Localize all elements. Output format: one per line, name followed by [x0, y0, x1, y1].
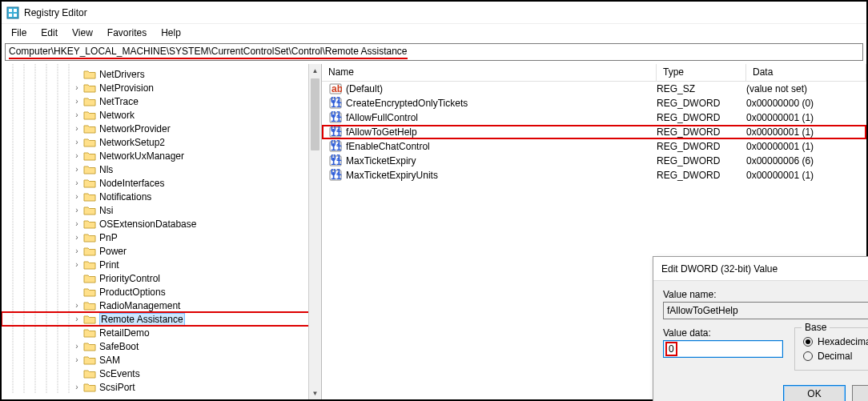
tree-item-label: SAM: [99, 355, 120, 366]
value-data: 0x00000000 (0): [746, 98, 866, 109]
list-row[interactable]: 011110fEnableChatControlREG_DWORD0x00000…: [322, 139, 866, 154]
tree-item[interactable]: ScEvents: [2, 367, 321, 380]
expander-icon[interactable]: ›: [72, 260, 82, 270]
header-name[interactable]: Name: [322, 64, 657, 81]
radio-dot-icon: [803, 351, 813, 361]
tree-item[interactable]: ›Remote Assistance: [2, 312, 321, 326]
tree-item[interactable]: ›NetProvision: [2, 81, 321, 94]
tree-item-label: ProductOptions: [99, 287, 166, 298]
base-legend: Base: [802, 322, 830, 333]
tree-item[interactable]: ›Print: [2, 258, 321, 271]
expander-icon[interactable]: ›: [72, 301, 82, 311]
value-type: REG_DWORD: [657, 98, 746, 109]
folder-icon: [83, 69, 96, 80]
svg-rect-1: [9, 9, 12, 12]
tree-scrollbar[interactable]: ▲ ▼: [308, 64, 321, 399]
cancel-button[interactable]: Cancel: [852, 385, 868, 401]
menu-bar: File Edit View Favorites Help: [2, 24, 866, 42]
tree-item[interactable]: PriorityControl: [2, 271, 321, 285]
radio-dot-icon: [803, 337, 813, 347]
menu-view[interactable]: View: [66, 26, 99, 40]
tree-item[interactable]: ›Nls: [2, 162, 321, 176]
menu-help[interactable]: Help: [155, 26, 187, 40]
tree-item[interactable]: ›NetworkSetup2: [2, 135, 321, 149]
reg-string-icon: ab: [328, 82, 343, 95]
tree-item-label: ScsiPort: [99, 382, 135, 393]
header-data[interactable]: Data: [746, 64, 866, 81]
expander-icon[interactable]: ›: [72, 124, 82, 134]
address-bar[interactable]: Computer\HKEY_LOCAL_MACHINE\SYSTEM\Curre…: [5, 43, 863, 61]
dialog-title: Edit DWORD (32-bit) Value: [661, 263, 778, 275]
list-row[interactable]: 011110MaxTicketExpiryUnitsREG_DWORD0x000…: [322, 168, 866, 182]
expander-icon[interactable]: ›: [72, 355, 82, 365]
ok-button[interactable]: OK: [783, 385, 846, 401]
tree-item[interactable]: ›Network: [2, 108, 321, 122]
tree-item[interactable]: RetailDemo: [2, 326, 321, 339]
list-row[interactable]: 011110fAllowFullControlREG_DWORD0x000000…: [322, 110, 866, 125]
expander-icon[interactable]: ›: [72, 315, 82, 324]
value-data: 0x00000006 (6): [746, 155, 866, 166]
scroll-up-icon[interactable]: ▲: [309, 64, 321, 77]
tree-item[interactable]: ›NetworkUxManager: [2, 149, 321, 162]
expander-icon[interactable]: ›: [72, 342, 82, 351]
value-type: REG_DWORD: [657, 126, 746, 138]
tree-item[interactable]: ›NetworkProvider: [2, 122, 321, 135]
tree-item[interactable]: ›NetTrace: [2, 94, 321, 108]
tree-item-label: Network: [99, 110, 135, 121]
value-data: 0x00000001 (1): [746, 141, 866, 152]
header-type[interactable]: Type: [657, 64, 746, 81]
expander-icon[interactable]: ›: [72, 219, 82, 229]
expander-icon[interactable]: ›: [72, 247, 82, 256]
scroll-thumb[interactable]: [311, 78, 319, 150]
tree-item[interactable]: ›Notifications: [2, 190, 321, 203]
tree-item[interactable]: ›NodeInterfaces: [2, 176, 321, 190]
expander-icon[interactable]: ›: [72, 138, 82, 147]
value-data-field[interactable]: 0: [663, 340, 783, 358]
expander-icon[interactable]: ›: [72, 206, 82, 215]
folder-icon: [83, 96, 96, 107]
expander-icon[interactable]: ›: [72, 192, 82, 202]
list-row[interactable]: 011110MaxTicketExpiryREG_DWORD0x00000006…: [322, 154, 866, 168]
tree-item[interactable]: ›SafeBoot: [2, 339, 321, 353]
expander-icon[interactable]: ›: [72, 383, 82, 392]
registry-tree[interactable]: NetDrivers›NetProvision›NetTrace›Network…: [2, 64, 322, 399]
tree-item[interactable]: ›Nsi: [2, 203, 321, 217]
list-row[interactable]: 011110fAllowToGetHelpREG_DWORD0x00000001…: [322, 125, 866, 139]
radio-hexadecimal[interactable]: Hexadecimal: [803, 336, 868, 347]
expander-icon[interactable]: ›: [72, 110, 82, 120]
value-type: REG_DWORD: [657, 155, 746, 166]
value-data-text: 0: [665, 342, 677, 356]
list-row[interactable]: 011110CreateEncryptedOnlyTicketsREG_DWOR…: [322, 96, 866, 110]
expander-icon[interactable]: ›: [72, 165, 82, 174]
dialog-titlebar[interactable]: Edit DWORD (32-bit) Value ✕: [653, 257, 868, 281]
tree-item[interactable]: ›PnP: [2, 231, 321, 244]
radio-decimal[interactable]: Decimal: [803, 351, 868, 362]
menu-file[interactable]: File: [5, 26, 33, 40]
tree-item-label: OSExtensionDatabase: [99, 219, 196, 230]
value-list[interactable]: Name Type Data ab(Default)REG_SZ(value n…: [322, 64, 866, 399]
menu-favorites[interactable]: Favorites: [101, 26, 153, 40]
expander-icon[interactable]: ›: [72, 83, 82, 93]
tree-item[interactable]: ›RadioManagement: [2, 299, 321, 312]
tree-item[interactable]: ›SAM: [2, 353, 321, 367]
expander-icon[interactable]: ›: [72, 178, 82, 188]
list-row[interactable]: ab(Default)REG_SZ(value not set): [322, 82, 866, 96]
folder-icon: [83, 246, 96, 257]
expander-icon[interactable]: ›: [72, 233, 82, 243]
tree-item[interactable]: ›OSExtensionDatabase: [2, 217, 321, 231]
tree-item[interactable]: ProductOptions: [2, 285, 321, 299]
tree-item[interactable]: NetDrivers: [2, 67, 321, 81]
folder-icon: [83, 368, 96, 379]
tree-item[interactable]: ›ScsiPort: [2, 380, 321, 394]
value-data-label: Value data:: [663, 327, 783, 339]
scroll-down-icon[interactable]: ▼: [309, 387, 321, 399]
tree-item[interactable]: ›Power: [2, 244, 321, 258]
tree-item-label: Nls: [99, 164, 113, 175]
expander-icon[interactable]: ›: [72, 97, 82, 106]
folder-icon: [83, 137, 96, 148]
svg-rect-4: [14, 14, 17, 17]
expander-icon[interactable]: ›: [72, 151, 82, 161]
value-name-field[interactable]: fAllowToGetHelp: [663, 302, 868, 319]
menu-edit[interactable]: Edit: [34, 26, 64, 40]
ok-label: OK: [807, 388, 821, 399]
